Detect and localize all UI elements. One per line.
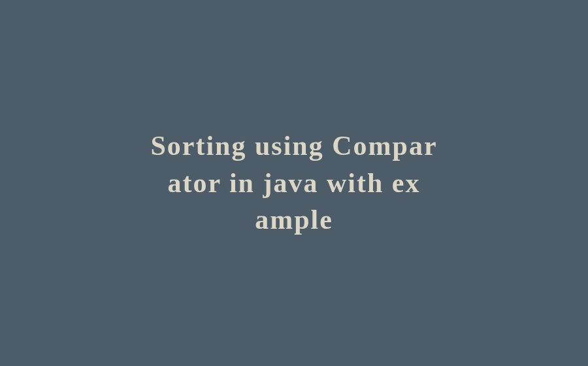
title-text: Sorting using Compar ator in java with e… xyxy=(137,127,450,239)
title-line-2: ator in java with ex xyxy=(168,168,421,198)
title-line-3: ample xyxy=(255,205,333,235)
title-line-1: Sorting using Compar xyxy=(150,131,437,161)
